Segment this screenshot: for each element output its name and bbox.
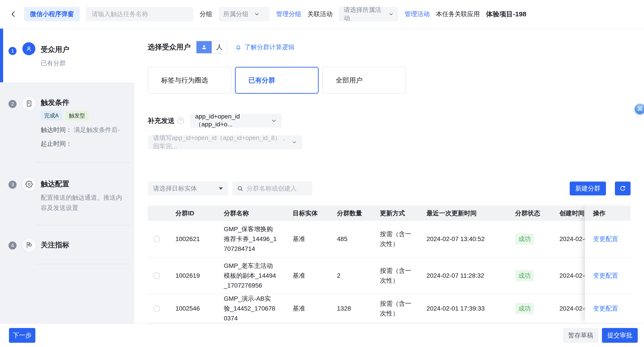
task-name-input[interactable] bbox=[86, 7, 193, 21]
step-number-badge: 3 bbox=[8, 181, 16, 189]
cell-entity: 基准 bbox=[282, 271, 327, 280]
status-badge: 成功 bbox=[515, 270, 534, 281]
audience-section-title: 选择受众用户 bbox=[148, 42, 191, 52]
segment-search[interactable] bbox=[232, 182, 312, 195]
cell-id: 1002621 bbox=[166, 235, 215, 243]
supplement-id-input[interactable]: 请填写app_id+open_id（app_id+open_id_8），回车完.… bbox=[148, 135, 302, 149]
entity-select-placeholder: 请选择目标实体 bbox=[153, 184, 197, 193]
refresh-button[interactable] bbox=[615, 182, 630, 195]
next-step-button[interactable]: 下一步 bbox=[9, 328, 35, 343]
tag-trigger-type: 触发型 bbox=[65, 111, 88, 120]
cell-count: 485 bbox=[327, 235, 370, 243]
step-title: 关注指标 bbox=[41, 240, 69, 250]
steps-sidebar: 1 受众用户 已有分群 2 触发条件 完成A 触发型 bbox=[0, 29, 134, 323]
col-header-entity: 目标实体 bbox=[282, 209, 327, 218]
step-number-badge: 2 bbox=[8, 100, 16, 108]
page: 微信小程序弹窗 分组 所属分组 管理分组 关联活动 请选择所属活动 管理活动 本… bbox=[0, 0, 644, 347]
manage-activity-link[interactable]: 管理活动 bbox=[404, 10, 430, 18]
segment-filter-row: 请选择目标实体 新建分群 bbox=[148, 181, 630, 196]
sidebar-step-trigger[interactable]: 2 触发条件 完成A 触发型 触达时间： 满足触发条件后- 起止时间： bbox=[0, 82, 134, 163]
step-description: 配置推送的触达通道、推送内容及发送设置 bbox=[41, 193, 126, 213]
sidebar-step-audience[interactable]: 1 受众用户 已有分群 bbox=[0, 29, 134, 82]
chevron-down-icon bbox=[292, 139, 297, 145]
activity-select-value: 请选择所属活动 bbox=[344, 5, 383, 22]
col-header-status: 分群状态 bbox=[504, 209, 549, 218]
segment-help-link[interactable]: 了解分群计算逻辑 bbox=[235, 43, 294, 51]
group-select[interactable]: 所属分组 bbox=[218, 7, 270, 21]
col-header-id: 分群ID bbox=[166, 209, 215, 218]
refresh-icon bbox=[619, 185, 626, 192]
col-header-count: 分群数量 bbox=[327, 209, 370, 218]
supplement-select-value: app_id+open_id（app_id+o... bbox=[195, 113, 271, 129]
entity-select[interactable]: 请选择目标实体 bbox=[148, 182, 228, 195]
col-header-action: 操作 bbox=[585, 206, 630, 221]
period-label: 起止时间： bbox=[41, 140, 72, 147]
row-radio[interactable] bbox=[153, 236, 160, 242]
status-badge: 成功 bbox=[515, 233, 534, 245]
table-row[interactable]: 1002619 GMP_老车主活动模板的副本_14494_1707276956 … bbox=[148, 258, 630, 294]
flag-icon bbox=[22, 237, 37, 253]
task-type-chip[interactable]: 微信小程序弹窗 bbox=[24, 7, 80, 21]
cell-update-mode: 按需（含一次性） bbox=[370, 299, 416, 318]
tag-complete-a: 完成A bbox=[41, 111, 62, 120]
row-radio[interactable] bbox=[153, 305, 160, 312]
cell-id: 1002619 bbox=[166, 272, 215, 279]
cell-name: GMP_保客增换购推荐卡券_14496_1707284714 bbox=[215, 224, 282, 254]
col-header-last-update: 最近一次更新时间 bbox=[416, 209, 504, 218]
new-segment-button[interactable]: 新建分群 bbox=[570, 182, 606, 195]
footer-bar: 下一步 暂存草稿 提交审批 bbox=[0, 323, 644, 347]
submit-approval-button[interactable]: 提交审批 bbox=[602, 328, 638, 343]
search-icon bbox=[237, 185, 244, 192]
card-existing-segment[interactable]: 已有分群 bbox=[235, 67, 319, 94]
audience-type-cards: 标签与行为圈选 已有分群 全部用户 bbox=[148, 67, 644, 94]
main-content: 选择受众用户 人 了解分群计算逻辑 标签与行为圈选 已有分群 bbox=[134, 29, 644, 323]
card-all-users[interactable]: 全部用户 bbox=[322, 67, 406, 94]
manage-group-link[interactable]: 管理分组 bbox=[276, 10, 301, 18]
change-config-link[interactable]: 变更配置 bbox=[593, 271, 618, 280]
top-bar: 微信小程序弹窗 分组 所属分组 管理分组 关联活动 请选择所属活动 管理活动 本… bbox=[0, 0, 644, 29]
change-config-link[interactable]: 变更配置 bbox=[593, 304, 618, 313]
row-radio[interactable] bbox=[153, 272, 160, 279]
segment-search-input[interactable] bbox=[246, 185, 308, 192]
table-row[interactable]: 1002546 GMP_演示-AB实验_14452_1706780374 基准 … bbox=[148, 294, 630, 323]
sidebar-step-reach-config[interactable]: 3 触达配置 配置推送的触达通道、推送内容及发送设置 bbox=[0, 163, 134, 225]
step-title: 触达配置 bbox=[41, 179, 69, 189]
back-icon[interactable] bbox=[9, 9, 18, 18]
save-draft-button[interactable]: 暂存草稿 bbox=[563, 328, 598, 343]
audience-unit: 人 bbox=[212, 41, 227, 53]
divider bbox=[36, 264, 131, 264]
chevron-down-icon bbox=[254, 11, 260, 17]
col-header-update-mode: 更新方式 bbox=[370, 208, 416, 218]
table-row[interactable]: 1002621 GMP_保客增换购推荐卡券_14496_1707284714 基… bbox=[148, 221, 630, 258]
supplement-row: 补充发送 ? app_id+open_id（app_id+o... bbox=[148, 114, 644, 128]
group-select-value: 所属分组 bbox=[223, 10, 248, 18]
form-icon bbox=[22, 96, 37, 111]
change-config-link[interactable]: 变更配置 bbox=[593, 235, 618, 243]
reach-time-value: 满足触发条件后- bbox=[74, 126, 120, 133]
card-tag-behavior[interactable]: 标签与行为圈选 bbox=[148, 67, 231, 94]
supplement-input-placeholder: 请填写app_id+open_id（app_id+open_id_8），回车完.… bbox=[153, 134, 289, 151]
sidebar-step-metrics[interactable]: 4 关注指标 bbox=[0, 225, 134, 264]
step-subtitle: 已有分群 bbox=[41, 59, 66, 67]
caret-down-icon bbox=[219, 187, 223, 190]
cell-update-mode: 按需（含一次性） bbox=[370, 229, 416, 249]
cell-entity: 基准 bbox=[282, 304, 327, 313]
person-icon[interactable] bbox=[196, 41, 212, 53]
question-icon[interactable]: ? bbox=[177, 117, 184, 124]
chevron-down-icon bbox=[389, 11, 394, 17]
command-float-button[interactable]: ⌘ bbox=[634, 103, 644, 114]
gear-icon bbox=[22, 177, 37, 192]
reach-time-label: 触达时间： bbox=[41, 126, 72, 133]
chevron-down-icon bbox=[271, 118, 276, 124]
status-badge: 成功 bbox=[515, 303, 534, 314]
cell-name: GMP_演示-AB实验_14452_1706780374 bbox=[215, 294, 282, 323]
activity-select[interactable]: 请选择所属活动 bbox=[339, 7, 398, 21]
related-app-value: 体验项目-198 bbox=[486, 9, 526, 19]
cell-update-mode: 按需（含一次性） bbox=[370, 266, 416, 286]
period-line: 起止时间： bbox=[41, 139, 72, 148]
group-label: 分组 bbox=[200, 10, 212, 18]
bell-icon bbox=[235, 44, 242, 50]
user-icon bbox=[22, 42, 35, 55]
step-number-badge: 4 bbox=[8, 242, 16, 250]
supplement-id-select[interactable]: app_id+open_id（app_id+o... bbox=[190, 114, 282, 128]
